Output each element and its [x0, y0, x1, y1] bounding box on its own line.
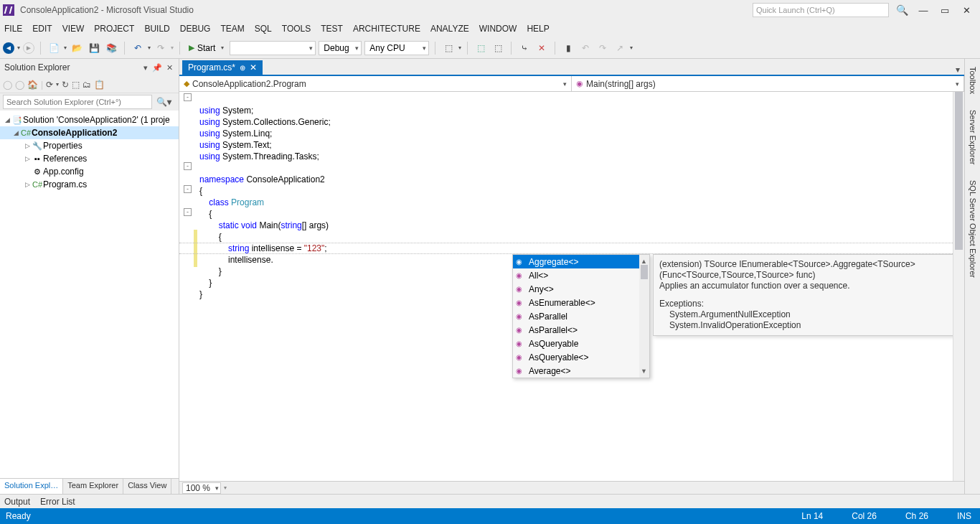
tab-pin-icon[interactable]: ⊕: [240, 64, 245, 72]
sol-tb-sync[interactable]: ⟳: [46, 80, 53, 90]
menu-sql[interactable]: SQL: [255, 24, 272, 34]
solution-search-input[interactable]: [3, 95, 152, 109]
tree-programcs[interactable]: Program.cs: [43, 179, 87, 190]
minimize-button[interactable]: —: [913, 4, 934, 17]
tb-icon-3[interactable]: ⬚: [491, 41, 505, 55]
right-dock-tabs: Toolbox Server Explorer SQL Server Objec…: [964, 59, 980, 494]
restore-button[interactable]: ▭: [934, 4, 956, 17]
menu-window[interactable]: WINDOW: [479, 24, 517, 34]
search-icon[interactable]: 🔍: [892, 4, 913, 16]
new-project-button[interactable]: 📄: [47, 41, 61, 55]
main-toolbar: ◄ ▾ ► 📄 ▾ 📂 💾 📚 ↶▾ ↷▾ ▶Start▾ Debug Any …: [0, 37, 980, 59]
doc-tab-programcs[interactable]: Program.cs* ⊕ ✕: [182, 60, 263, 75]
tb-icon-2[interactable]: ⬚: [473, 41, 488, 55]
sol-tb-fwd[interactable]: ◯: [15, 80, 24, 90]
intellisense-scrollbar[interactable]: ▲▼: [639, 255, 649, 378]
tab-solution-explorer[interactable]: Solution Expl…: [0, 479, 63, 494]
tab-close-icon[interactable]: ✕: [250, 62, 257, 72]
status-line: Ln 14: [801, 511, 823, 521]
menu-tools[interactable]: TOOLS: [282, 24, 311, 34]
tab-toolbox[interactable]: Toolbox: [966, 62, 979, 99]
menu-analyze[interactable]: ANALYZE: [430, 24, 469, 34]
tb-icon-9[interactable]: ↗: [613, 41, 627, 55]
platform-combo[interactable]: Any CPU: [364, 41, 429, 55]
tab-output[interactable]: Output: [4, 497, 30, 507]
tb-icon-4[interactable]: ⤷: [517, 41, 532, 55]
intellisense-item[interactable]: ◉AsEnumerable<>: [513, 296, 649, 309]
editor-scrollbar[interactable]: [953, 92, 964, 481]
tree-project[interactable]: ConsoleApplication2: [32, 128, 117, 138]
status-bar: Ready Ln 14 Col 26 Ch 26 INS: [0, 508, 980, 524]
nav-forward-button[interactable]: ►: [23, 42, 34, 54]
menu-build[interactable]: BUILD: [144, 24, 169, 34]
tb-icon-7[interactable]: ↶: [578, 41, 593, 55]
tb-icon-5[interactable]: ✕: [534, 41, 549, 55]
menu-test[interactable]: TEST: [321, 24, 343, 34]
code-editor[interactable]: - - - - using System; using System.Colle…: [179, 92, 964, 481]
status-ch: Ch 26: [905, 511, 928, 521]
undo-button[interactable]: ↶: [131, 41, 145, 55]
menu-debug[interactable]: DEBUG: [180, 24, 211, 34]
menu-team[interactable]: TEAM: [220, 24, 244, 34]
sol-tb-refresh[interactable]: ↻: [62, 80, 69, 90]
intellisense-item[interactable]: ◉AsParallel: [513, 309, 649, 323]
menu-bar: FILE EDIT VIEW PROJECT BUILD DEBUG TEAM …: [0, 20, 980, 37]
sol-tb-collapse[interactable]: ⬚: [72, 80, 80, 90]
tree-appconfig[interactable]: App.config: [43, 167, 84, 177]
close-button[interactable]: ✕: [956, 4, 977, 17]
panel-pin-icon[interactable]: 📌: [151, 63, 164, 72]
quick-launch-input[interactable]: Quick Launch (Ctrl+Q): [753, 3, 889, 17]
tb-icon-8[interactable]: ↷: [595, 41, 610, 55]
zoom-combo[interactable]: 100 %: [182, 482, 221, 494]
menu-file[interactable]: FILE: [4, 24, 22, 34]
intellisense-item[interactable]: ◉AsQueryable<>: [513, 350, 649, 364]
sol-tb-props[interactable]: 📋: [94, 80, 105, 90]
intellisense-item[interactable]: ◉Any<>: [513, 282, 649, 296]
save-button[interactable]: 💾: [87, 41, 101, 55]
solution-search-icon[interactable]: 🔍▾: [152, 97, 176, 107]
solution-tree[interactable]: ◢📑Solution 'ConsoleApplication2' (1 proj…: [0, 111, 179, 478]
window-title: ConsoleApplication2 - Microsoft Visual S…: [20, 5, 194, 15]
left-panel-tabs: Solution Expl… Team Explorer Class View: [0, 478, 179, 494]
tree-solution[interactable]: Solution 'ConsoleApplication2' (1 proje: [23, 115, 170, 125]
nav-class-combo[interactable]: ◆ConsoleApplication2.Program: [179, 76, 572, 91]
doc-tabs-dropdown[interactable]: ▾: [951, 65, 964, 75]
intellisense-item[interactable]: ◉AsQueryable: [513, 337, 649, 350]
status-col: Col 26: [852, 511, 877, 521]
nav-back-button[interactable]: ◄: [3, 42, 14, 54]
tab-server-explorer[interactable]: Server Explorer: [966, 105, 979, 169]
tb-icon-6[interactable]: ▮: [561, 41, 575, 55]
tb-icon-1[interactable]: ⬚: [441, 41, 456, 55]
editor-area: Program.cs* ⊕ ✕ ▾ ◆ConsoleApplication2.P…: [179, 59, 964, 494]
sol-tb-showall[interactable]: 🗂: [83, 80, 91, 90]
menu-architecture[interactable]: ARCHITECTURE: [353, 24, 420, 34]
sol-tb-back[interactable]: ◯: [3, 80, 12, 90]
redo-button[interactable]: ↷: [154, 41, 168, 55]
tab-team-explorer[interactable]: Team Explorer: [63, 479, 123, 494]
tab-sql-object-explorer[interactable]: SQL Server Object Explorer: [966, 175, 979, 283]
editor-zoom-bar: 100 % ▾: [179, 481, 964, 494]
startup-combo[interactable]: [230, 41, 316, 55]
title-bar: ConsoleApplication2 - Microsoft Visual S…: [0, 0, 980, 20]
save-all-button[interactable]: 📚: [104, 41, 118, 55]
nav-member-combo[interactable]: ◉Main(string[] args): [572, 76, 964, 91]
tree-properties[interactable]: Properties: [43, 141, 83, 151]
menu-project[interactable]: PROJECT: [94, 24, 134, 34]
tree-references[interactable]: References: [43, 154, 87, 164]
start-button[interactable]: ▶Start▾: [186, 43, 227, 53]
open-file-button[interactable]: 📂: [70, 41, 84, 55]
menu-edit[interactable]: EDIT: [32, 24, 52, 34]
sol-tb-home[interactable]: 🏠: [27, 80, 38, 90]
tab-class-view[interactable]: Class View: [123, 479, 171, 494]
menu-help[interactable]: HELP: [527, 24, 549, 34]
config-combo[interactable]: Debug: [319, 41, 362, 55]
intellisense-item[interactable]: ◉Aggregate<>: [513, 255, 649, 268]
tab-error-list[interactable]: Error List: [40, 497, 75, 507]
menu-view[interactable]: VIEW: [62, 24, 85, 34]
panel-dropdown-icon[interactable]: ▾: [142, 63, 149, 72]
intellisense-item[interactable]: ◉All<>: [513, 268, 649, 282]
intellisense-item[interactable]: ◉Average<>: [513, 364, 649, 378]
intellisense-popup[interactable]: ◉Aggregate<> ◉All<> ◉Any<> ◉AsEnumerable…: [512, 254, 650, 378]
panel-close-icon[interactable]: ✕: [165, 63, 174, 72]
intellisense-item[interactable]: ◉AsParallel<>: [513, 323, 649, 337]
